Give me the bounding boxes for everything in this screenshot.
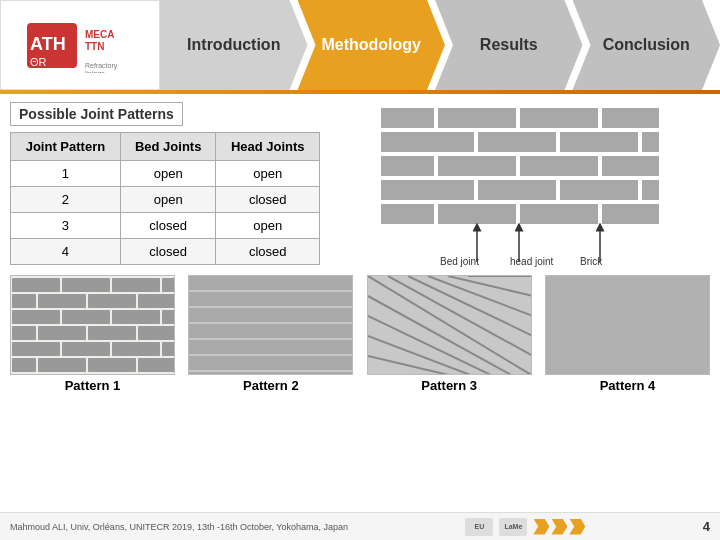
pattern-1-label: Pattern 1 <box>65 378 121 393</box>
pattern-3-item: Pattern 3 <box>367 275 532 393</box>
footer-logo-2: LaMe <box>499 518 527 536</box>
svg-rect-22 <box>641 179 660 201</box>
table-row: 4closedclosed <box>11 239 320 265</box>
svg-rect-11 <box>380 131 475 153</box>
svg-rect-24 <box>437 203 517 225</box>
pattern-4-image <box>545 275 710 375</box>
svg-text:Refractory: Refractory <box>85 62 118 70</box>
col-header-head: Head Joints <box>216 133 320 161</box>
svg-rect-15 <box>380 155 435 177</box>
svg-text:Brick: Brick <box>580 256 603 267</box>
svg-rect-36 <box>112 278 160 292</box>
svg-rect-20 <box>477 179 557 201</box>
main-content: Possible Joint Patterns Joint Pattern Be… <box>0 94 720 275</box>
svg-rect-16 <box>437 155 517 177</box>
pattern-4-item: Pattern 4 <box>545 275 710 393</box>
col-header-pattern: Joint Pattern <box>11 133 121 161</box>
svg-rect-44 <box>112 310 160 324</box>
svg-text:MECA: MECA <box>85 29 114 40</box>
pattern-1-item: Pattern 1 <box>10 275 175 393</box>
pattern-4-label: Pattern 4 <box>600 378 656 393</box>
svg-rect-50 <box>12 342 60 356</box>
table-row: 2openclosed <box>11 187 320 213</box>
joint-table: Joint Pattern Bed Joints Head Joints 1op… <box>10 132 320 265</box>
left-panel: Possible Joint Patterns Joint Pattern Be… <box>10 102 320 267</box>
footer-logo-1: EU <box>465 518 493 536</box>
svg-rect-56 <box>88 358 136 372</box>
svg-rect-13 <box>559 131 639 153</box>
svg-rect-62 <box>189 324 353 338</box>
section-title: Possible Joint Patterns <box>10 102 183 126</box>
footer-citation: Mahmoud ALI, Univ, Orléans, UNITECR 2019… <box>10 522 348 532</box>
svg-rect-51 <box>62 342 110 356</box>
pattern-2-image <box>188 275 353 375</box>
footer-arrow-3 <box>569 519 585 535</box>
patterns-section: Pattern 1 Pattern 2 <box>0 275 720 398</box>
svg-rect-61 <box>189 308 353 322</box>
svg-rect-39 <box>38 294 86 308</box>
pattern-2-item: Pattern 2 <box>188 275 353 393</box>
logo-area: ATH ΘR MECA TTN Refractory linings <box>0 0 160 90</box>
svg-rect-52 <box>112 342 160 356</box>
svg-text:ATH: ATH <box>30 34 66 54</box>
pattern-3-label: Pattern 3 <box>421 378 477 393</box>
svg-rect-19 <box>380 179 475 201</box>
tab-introduction-label: Introduction <box>187 36 280 54</box>
tab-conclusion-label: Conclusion <box>603 36 690 54</box>
svg-rect-46 <box>12 326 36 340</box>
tab-results[interactable]: Results <box>435 0 583 90</box>
svg-rect-35 <box>62 278 110 292</box>
svg-rect-59 <box>189 276 353 290</box>
tab-methodology-label: Methodology <box>321 36 421 54</box>
footer-page: 4 <box>703 519 710 534</box>
svg-rect-41 <box>138 294 175 308</box>
svg-rect-45 <box>162 310 175 324</box>
table-row: 3closedopen <box>11 213 320 239</box>
svg-rect-77 <box>546 276 710 375</box>
header: ATH ΘR MECA TTN Refractory linings Intro… <box>0 0 720 90</box>
svg-text:linings: linings <box>85 70 105 73</box>
svg-rect-60 <box>189 292 353 306</box>
svg-rect-53 <box>162 342 175 356</box>
footer-arrow-2 <box>551 519 567 535</box>
svg-rect-25 <box>519 203 599 225</box>
svg-rect-49 <box>138 326 175 340</box>
pattern-2-label: Pattern 2 <box>243 378 299 393</box>
tab-conclusion[interactable]: Conclusion <box>573 0 721 90</box>
tab-results-label: Results <box>480 36 538 54</box>
svg-rect-42 <box>12 310 60 324</box>
svg-rect-63 <box>189 340 353 354</box>
nav-tabs: Introduction Methodology Results Conclus… <box>160 0 720 90</box>
svg-rect-17 <box>519 155 599 177</box>
svg-rect-18 <box>601 155 660 177</box>
svg-rect-21 <box>559 179 639 201</box>
svg-rect-65 <box>189 372 353 375</box>
logo-box: ATH ΘR MECA TTN Refractory linings <box>25 18 135 73</box>
svg-rect-38 <box>12 294 36 308</box>
brick-diagram: Bed joint head joint Brick <box>380 107 660 267</box>
svg-rect-23 <box>380 203 435 225</box>
svg-rect-55 <box>38 358 86 372</box>
right-panel: Bed joint head joint Brick <box>330 102 710 267</box>
svg-rect-64 <box>189 356 353 370</box>
svg-rect-37 <box>162 278 175 292</box>
tab-introduction[interactable]: Introduction <box>160 0 308 90</box>
svg-rect-12 <box>477 131 557 153</box>
svg-rect-8 <box>437 107 517 129</box>
svg-text:ΘR: ΘR <box>30 56 47 68</box>
svg-text:Bed joint: Bed joint <box>440 256 479 267</box>
svg-rect-26 <box>601 203 660 225</box>
svg-rect-14 <box>641 131 660 153</box>
svg-rect-40 <box>88 294 136 308</box>
pattern-1-image <box>10 275 175 375</box>
col-header-bed: Bed Joints <box>120 133 216 161</box>
svg-rect-47 <box>38 326 86 340</box>
footer-arrows <box>533 519 585 535</box>
svg-rect-57 <box>138 358 175 372</box>
svg-rect-10 <box>601 107 660 129</box>
tab-methodology[interactable]: Methodology <box>298 0 446 90</box>
footer: Mahmoud ALI, Univ, Orléans, UNITECR 2019… <box>0 512 720 540</box>
svg-rect-48 <box>88 326 136 340</box>
table-row: 1openopen <box>11 161 320 187</box>
footer-arrow-1 <box>533 519 549 535</box>
